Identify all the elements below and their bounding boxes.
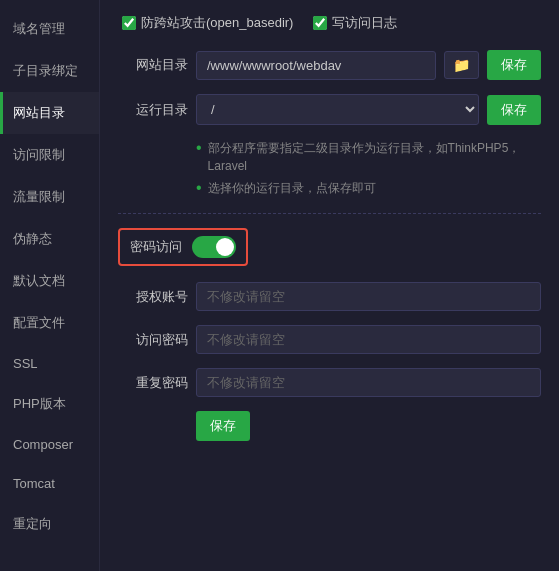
sidebar-item-traffic[interactable]: 流量限制: [0, 176, 99, 218]
hint-2: • 选择你的运行目录，点保存即可: [196, 179, 541, 197]
run-dir-label: 运行目录: [118, 101, 188, 119]
sidebar-item-tomcat[interactable]: Tomcat: [0, 464, 99, 503]
hints-section: • 部分程序需要指定二级目录作为运行目录，如ThinkPHP5，Laravel …: [196, 139, 541, 197]
auth-account-input[interactable]: [196, 282, 541, 311]
anti-hotlink-checkbox[interactable]: 防跨站攻击(open_basedir): [122, 14, 293, 32]
toggle-thumb: [216, 238, 234, 256]
hint-text-1: 部分程序需要指定二级目录作为运行目录，如ThinkPHP5，Laravel: [208, 139, 541, 175]
access-password-label: 访问密码: [118, 331, 188, 349]
toggle-track: [192, 236, 236, 258]
run-dir-row: 运行目录 / 保存: [118, 94, 541, 125]
password-access-label: 密码访问: [130, 238, 182, 256]
bottom-save-button[interactable]: 保存: [196, 411, 250, 441]
access-log-label: 写访问日志: [332, 14, 397, 32]
sidebar-item-ssl[interactable]: SSL: [0, 344, 99, 383]
repeat-password-label: 重复密码: [118, 374, 188, 392]
sidebar-item-rewrite[interactable]: 伪静态: [0, 218, 99, 260]
top-checkboxes: 防跨站攻击(open_basedir) 写访问日志: [118, 14, 541, 32]
repeat-password-input[interactable]: [196, 368, 541, 397]
website-dir-save-button[interactable]: 保存: [487, 50, 541, 80]
access-password-input[interactable]: [196, 325, 541, 354]
sidebar: 域名管理 子目录绑定 网站目录 访问限制 流量限制 伪静态 默认文档 配置文件 …: [0, 0, 100, 571]
sidebar-item-composer[interactable]: Composer: [0, 425, 99, 464]
website-dir-input[interactable]: [196, 51, 436, 80]
access-log-input[interactable]: [313, 16, 327, 30]
password-access-toggle[interactable]: [192, 236, 236, 258]
hint-1: • 部分程序需要指定二级目录作为运行目录，如ThinkPHP5，Laravel: [196, 139, 541, 175]
run-dir-save-button[interactable]: 保存: [487, 95, 541, 125]
sidebar-item-redirect[interactable]: 重定向: [0, 503, 99, 545]
run-dir-select[interactable]: /: [196, 94, 479, 125]
main-panel: 防跨站攻击(open_basedir) 写访问日志 网站目录 📁 保存 运行目录…: [100, 0, 559, 571]
anti-hotlink-input[interactable]: [122, 16, 136, 30]
sidebar-item-domain[interactable]: 域名管理: [0, 8, 99, 50]
anti-hotlink-label: 防跨站攻击(open_basedir): [141, 14, 293, 32]
sidebar-item-webdir[interactable]: 网站目录: [0, 92, 99, 134]
access-password-row: 访问密码: [118, 325, 541, 354]
sidebar-item-php[interactable]: PHP版本: [0, 383, 99, 425]
repeat-password-row: 重复密码: [118, 368, 541, 397]
bottom-save-row: 保存: [118, 411, 541, 441]
folder-browse-button[interactable]: 📁: [444, 51, 479, 79]
sidebar-item-subdir[interactable]: 子目录绑定: [0, 50, 99, 92]
hint-bullet-2: •: [196, 179, 202, 197]
access-log-checkbox[interactable]: 写访问日志: [313, 14, 397, 32]
hint-bullet-1: •: [196, 139, 202, 157]
auth-account-label: 授权账号: [118, 288, 188, 306]
sidebar-item-default-doc[interactable]: 默认文档: [0, 260, 99, 302]
website-dir-label: 网站目录: [118, 56, 188, 74]
section-divider: [118, 213, 541, 214]
password-access-row: 密码访问: [118, 228, 248, 266]
website-dir-row: 网站目录 📁 保存: [118, 50, 541, 80]
hint-text-2: 选择你的运行目录，点保存即可: [208, 179, 376, 197]
sidebar-item-access[interactable]: 访问限制: [0, 134, 99, 176]
sidebar-item-config[interactable]: 配置文件: [0, 302, 99, 344]
auth-account-row: 授权账号: [118, 282, 541, 311]
